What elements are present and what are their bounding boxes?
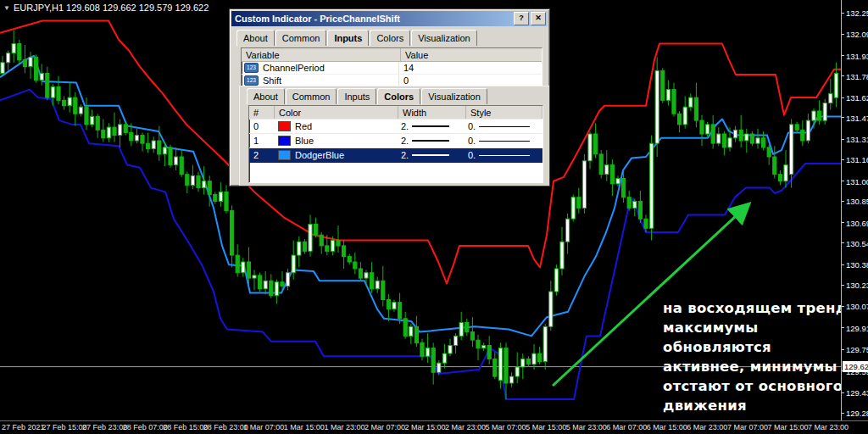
candle-body: [711, 125, 715, 143]
price-tick-mark: [842, 34, 844, 35]
dialog-titlebar[interactable]: Custom Indicator - PriceChannelShift ? ✕: [231, 11, 548, 26]
tab-about[interactable]: About: [247, 88, 285, 104]
candle-body: [498, 348, 502, 381]
current-price-badge: 129.62: [843, 361, 868, 372]
style-value: 0.: [468, 136, 476, 146]
candle-body: [370, 273, 374, 289]
candle-body: [756, 138, 760, 143]
price-axis[interactable]: 132.25132.09131.93131.78131.62131.47131.…: [841, 0, 868, 421]
time-tick-label: 5 Mar 07:00: [486, 423, 526, 431]
width-line-preview: [412, 125, 449, 127]
price-tick-label: 129.75: [846, 345, 868, 354]
variable-value[interactable]: 14: [398, 62, 542, 74]
candle-body: [459, 323, 463, 337]
color-row-blue[interactable]: 1 Blue 2. 0.: [249, 134, 542, 148]
tab-common[interactable]: Common: [286, 88, 337, 104]
price-tick-label: 130.85: [846, 197, 868, 206]
time-tick-label: 1 Mar 15:00: [284, 423, 325, 431]
candle-body: [526, 359, 530, 364]
color-name: Red: [295, 121, 312, 131]
price-tick-label: 131.16: [846, 155, 868, 164]
candle-body: [175, 157, 178, 165]
row-index: 1: [249, 134, 274, 147]
candle-body: [403, 319, 407, 337]
candle-body: [745, 134, 748, 141]
column-header-index: #: [249, 106, 275, 119]
price-tick-mark: [842, 349, 844, 350]
candle-body: [242, 262, 245, 273]
price-tick-label: 131.62: [846, 93, 868, 103]
tab-inputs[interactable]: Inputs: [337, 88, 376, 104]
candle-body: [337, 241, 340, 246]
candle-body: [605, 165, 609, 175]
time-tick-label: 27 Feb 23:00: [82, 423, 127, 431]
tab-colors[interactable]: Colors: [370, 30, 410, 46]
candle-body: [767, 147, 771, 157]
inputs-tabstrip: About Common Inputs Colors Visualization: [236, 30, 544, 46]
time-axis[interactable]: 27 Feb 202127 Feb 15:0027 Feb 23:0028 Fe…: [0, 420, 868, 434]
candle-body: [152, 141, 155, 149]
price-tick-label: 131.00: [846, 177, 868, 186]
candle-body: [79, 107, 82, 114]
close-button[interactable]: ✕: [531, 12, 546, 25]
candle-body: [102, 130, 105, 138]
variable-value[interactable]: 0: [398, 75, 542, 86]
help-button[interactable]: ?: [514, 12, 529, 25]
tab-visualization[interactable]: Visualization: [411, 30, 477, 46]
time-tick-label: 2 Mar 07:00: [364, 423, 405, 431]
column-header-style: Style: [466, 106, 542, 119]
candle-body: [627, 198, 631, 209]
candle-body: [147, 143, 150, 148]
candle-body: [219, 192, 222, 201]
candle-body: [158, 141, 161, 154]
candle-body: [487, 346, 491, 359]
candle-body: [398, 303, 402, 319]
candle-body: [661, 70, 665, 100]
candle-body: [180, 157, 183, 175]
candle-body: [18, 44, 21, 60]
price-tick-mark: [842, 201, 844, 202]
style-value: 0.: [468, 121, 476, 131]
tab-visualization[interactable]: Visualization: [421, 88, 487, 104]
candle-body: [68, 97, 71, 106]
candle-body: [253, 275, 256, 278]
annotation-line: активнее, минимумы: [663, 357, 868, 376]
candle-body: [448, 346, 452, 354]
price-tick-mark: [842, 181, 844, 181]
tab-common[interactable]: Common: [275, 30, 327, 46]
candle-body: [784, 165, 787, 181]
candle-body: [1, 63, 4, 74]
color-row-red[interactable]: 0 Red 2. 0.: [249, 120, 542, 134]
tab-colors[interactable]: Colors: [377, 88, 420, 104]
candle-body: [543, 326, 547, 361]
price-tick-label: 129.43: [846, 388, 868, 398]
price-tick-mark: [842, 242, 844, 243]
tab-about[interactable]: About: [236, 30, 275, 46]
candle-body: [74, 97, 77, 114]
candle-body: [616, 179, 620, 184]
candle-body: [113, 127, 116, 136]
candle-body: [214, 195, 217, 202]
time-tick-label: 7 Mar 15:00: [767, 423, 808, 431]
price-tick-mark: [842, 413, 844, 414]
table-row[interactable]: 123ChannelPeriod 14: [242, 62, 542, 75]
candle-body: [91, 116, 94, 125]
color-row-dodgerblue[interactable]: 2 DodgerBlue 2. 0.: [249, 148, 542, 163]
price-tick-mark: [842, 139, 844, 140]
style-line-preview: [479, 126, 530, 127]
dialog-title: Custom Indicator - PriceChannelShift: [235, 14, 514, 24]
candle-body: [63, 100, 66, 105]
blue-swatch: [278, 136, 291, 146]
annotation-line: отстают от основного: [663, 376, 868, 396]
candle-body: [275, 282, 278, 296]
candle-body: [281, 282, 284, 287]
candle-body: [734, 130, 737, 138]
candle-body: [119, 125, 122, 136]
candle-body: [135, 136, 138, 141]
candle-body: [700, 120, 704, 134]
width-value: 2.: [401, 121, 409, 131]
candle-body: [40, 74, 43, 81]
width-value: 2.: [401, 150, 409, 160]
symbol-ohlc-text: EURJPY,H1 129.608 129.662 129.579 129.62…: [14, 3, 209, 13]
tab-inputs[interactable]: Inputs: [327, 30, 369, 46]
